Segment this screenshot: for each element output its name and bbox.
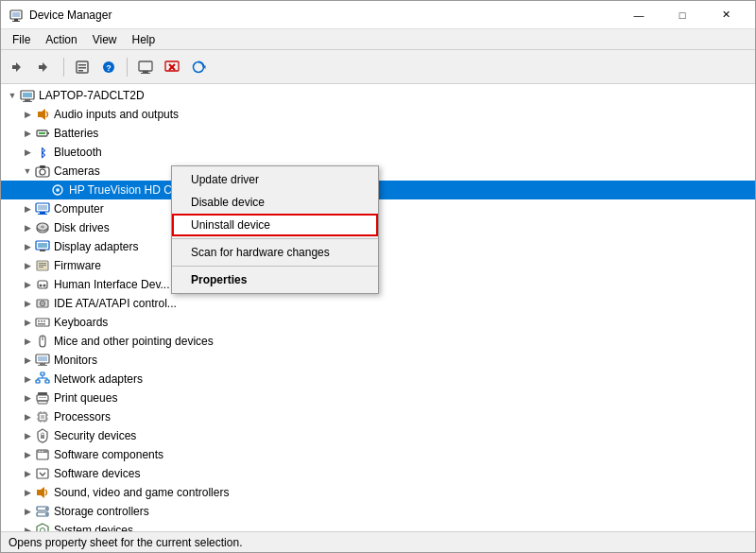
audio-label: Audio inputs and outputs — [54, 108, 751, 121]
close-button[interactable]: ✕ — [704, 1, 747, 29]
security-expander[interactable]: ▶ — [20, 426, 35, 445]
menu-action[interactable]: Action — [38, 31, 84, 48]
svg-rect-65 — [45, 380, 49, 383]
bluetooth-expander[interactable]: ▶ — [20, 143, 35, 162]
toolbar-remove[interactable] — [160, 55, 184, 79]
content-area: ▼ LAPTOP-7ADCLT2D ▶ — [1, 84, 755, 531]
bluetooth-icon: ᛒ — [35, 145, 50, 160]
mice-expander[interactable]: ▶ — [20, 332, 35, 351]
toolbar-display[interactable] — [133, 55, 158, 79]
network-icon — [35, 372, 50, 387]
processors-label: Processors — [54, 410, 751, 423]
toolbar-forward[interactable] — [33, 55, 58, 79]
sw-dev-expander[interactable]: ▶ — [20, 464, 35, 483]
context-menu-scan[interactable]: Scan for hardware changes — [172, 241, 378, 264]
tree-item-keyboards[interactable]: ▶ Keyboards — [1, 313, 755, 332]
storage-expander[interactable]: ▶ — [20, 502, 35, 521]
context-menu-properties[interactable]: Properties — [172, 268, 378, 291]
display-label: Display adapters — [54, 240, 751, 253]
root-expander[interactable]: ▼ — [5, 86, 20, 105]
tree-item-audio[interactable]: ▶ Audio inputs and outputs — [1, 105, 755, 124]
audio-expander[interactable]: ▶ — [20, 105, 35, 124]
tree-item-ide[interactable]: ▶ IDE ATA/ATAPI control... — [1, 294, 755, 313]
system-expander[interactable]: ▶ — [20, 521, 35, 531]
sw-comp-expander[interactable]: ▶ — [20, 445, 35, 464]
tree-item-storage[interactable]: ▶ Storage controllers — [1, 502, 755, 521]
menu-view[interactable]: View — [85, 31, 125, 48]
keyboards-label: Keyboards — [54, 316, 751, 329]
svg-rect-5 — [78, 64, 86, 66]
toolbar-scan[interactable] — [186, 55, 211, 79]
tree-item-monitors[interactable]: ▶ Monitors — [1, 351, 755, 370]
cameras-expander[interactable]: ▼ — [20, 162, 35, 181]
computer-expander[interactable]: ▶ — [20, 199, 35, 218]
tree-item-software-components[interactable]: ▶ Software components — [1, 445, 755, 464]
svg-rect-46 — [39, 267, 43, 268]
cameras-icon — [35, 164, 50, 179]
tree-item-system[interactable]: ▶ System devices — [1, 521, 755, 531]
firmware-expander[interactable]: ▶ — [20, 256, 35, 275]
toolbar-properties[interactable] — [70, 55, 94, 79]
context-menu-update-driver[interactable]: Update driver — [172, 168, 378, 191]
device-tree[interactable]: ▼ LAPTOP-7ADCLT2D ▶ — [1, 84, 755, 531]
minimize-button[interactable]: — — [617, 1, 661, 29]
title-bar: Device Manager — □ ✕ — [1, 1, 755, 29]
context-menu-disable[interactable]: Disable device — [172, 191, 378, 214]
svg-rect-6 — [78, 67, 86, 69]
sw-comp-icon — [35, 447, 50, 462]
system-icon — [35, 523, 50, 531]
tree-item-sound[interactable]: ▶ Sound, video and game controllers — [1, 483, 755, 502]
svg-point-48 — [40, 285, 43, 287]
root-label: LAPTOP-7ADCLT2D — [39, 89, 751, 102]
processors-expander[interactable]: ▶ — [20, 407, 35, 426]
network-expander[interactable]: ▶ — [20, 370, 35, 389]
batteries-expander[interactable]: ▶ — [20, 124, 35, 143]
menu-bar: File Action View Help — [1, 29, 755, 50]
toolbar-help[interactable]: ? — [96, 55, 121, 79]
svg-rect-44 — [39, 263, 46, 264]
svg-rect-24 — [47, 132, 49, 134]
context-menu-separator — [172, 238, 378, 239]
toolbar: ? — [1, 50, 755, 84]
print-expander[interactable]: ▶ — [20, 389, 35, 407]
tree-item-security[interactable]: ▶ Security devices — [1, 426, 755, 445]
svg-marker-22 — [38, 109, 45, 120]
context-menu: Update driver Disable device Uninstall d… — [171, 165, 379, 294]
monitors-label: Monitors — [54, 354, 751, 367]
svg-rect-36 — [38, 214, 47, 215]
svg-point-52 — [42, 302, 43, 304]
sound-expander[interactable]: ▶ — [20, 483, 35, 502]
display-expander[interactable]: ▶ — [20, 237, 35, 256]
svg-rect-56 — [43, 320, 45, 322]
tree-item-bluetooth[interactable]: ▶ ᛒ Bluetooth — [1, 143, 755, 162]
tree-item-batteries[interactable]: ▶ Batteries — [1, 124, 755, 143]
svg-rect-61 — [40, 363, 45, 365]
hpcamera-expander[interactable] — [35, 181, 50, 199]
print-icon — [35, 390, 50, 406]
root-icon — [20, 88, 35, 103]
bluetooth-label: Bluetooth — [54, 146, 751, 159]
tree-item-network[interactable]: ▶ Network adapters — [1, 370, 755, 389]
tree-item-processors[interactable]: ▶ Processors — [1, 407, 755, 426]
monitors-expander[interactable]: ▶ — [20, 351, 35, 370]
svg-point-89 — [42, 451, 43, 453]
maximize-button[interactable]: □ — [661, 1, 704, 29]
svg-rect-62 — [38, 365, 47, 366]
svg-point-94 — [45, 508, 47, 510]
tree-root[interactable]: ▼ LAPTOP-7ADCLT2D — [1, 86, 755, 105]
disk-expander[interactable]: ▶ — [20, 218, 35, 237]
toolbar-back[interactable] — [7, 55, 31, 79]
batteries-icon — [35, 126, 50, 141]
tree-item-mice[interactable]: ▶ Mice and other pointing devices — [1, 332, 755, 351]
keyboards-expander[interactable]: ▶ — [20, 313, 35, 332]
menu-help[interactable]: Help — [125, 31, 163, 48]
storage-icon — [35, 504, 50, 519]
context-menu-uninstall[interactable]: Uninstall device — [172, 214, 378, 236]
tree-item-print[interactable]: ▶ Print queues — [1, 389, 755, 407]
tree-item-software-devices[interactable]: ▶ Software devices — [1, 464, 755, 483]
menu-file[interactable]: File — [5, 31, 38, 48]
security-icon — [35, 428, 50, 443]
ide-expander[interactable]: ▶ — [20, 294, 35, 313]
hid-expander[interactable]: ▶ — [20, 275, 35, 294]
svg-rect-45 — [39, 265, 46, 266]
